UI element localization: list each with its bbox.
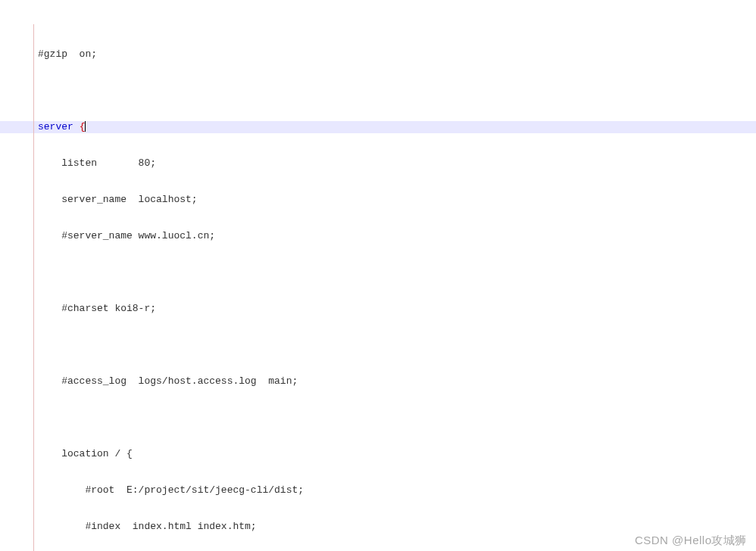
code-line: location / { [21, 448, 756, 460]
code-line: #charset koi8-r; [21, 303, 756, 315]
code-line: #index index.html index.htm; [21, 521, 756, 533]
watermark-text: CSDN @Hello攻城狮 [635, 534, 747, 546]
code-line: #access_log logs/host.access.log main; [21, 375, 756, 388]
code-line: #root E:/project/sit/jeecg-cli/dist; [21, 484, 756, 497]
code-line-highlighted: server { [0, 121, 756, 133]
code-line: listen 80; [21, 157, 756, 170]
code-line: #server_name www.luocl.cn; [21, 230, 756, 242]
code-editor[interactable]: #gzip on; server { listen 80; server_nam… [0, 0, 756, 551]
code-line: #gzip on; [21, 48, 756, 61]
keyword-server: server [38, 121, 73, 132]
code-line [21, 412, 756, 424]
code-line: server_name localhost; [21, 194, 756, 206]
code-line [21, 339, 756, 351]
open-brace: { [80, 121, 86, 132]
text-cursor [85, 121, 86, 132]
code-line [21, 266, 756, 279]
fold-guide [33, 24, 34, 551]
code-line [21, 85, 756, 97]
